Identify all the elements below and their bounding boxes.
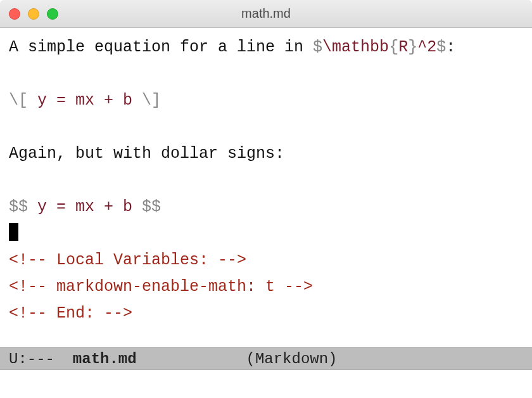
buffer-line: [9, 61, 523, 87]
buffer-line: [9, 221, 523, 247]
math-body: y = mx + b: [28, 198, 142, 216]
text: :: [446, 38, 455, 56]
math-body: y = mx + b: [28, 91, 142, 110]
comment: <!-- End: -->: [9, 304, 132, 323]
math-body: R: [398, 38, 408, 56]
minibuffer[interactable]: [0, 370, 532, 398]
brace: {: [389, 38, 398, 56]
text: A simple equation for a line in: [9, 38, 313, 56]
buffer-line: A simple equation for a line in $\mathbb…: [9, 34, 523, 61]
zoom-icon[interactable]: [47, 8, 58, 20]
comment: <!-- Local Variables: -->: [9, 251, 246, 269]
math-delim: $: [436, 38, 446, 56]
buffer-line: <!-- End: -->: [9, 300, 523, 327]
close-icon[interactable]: [9, 8, 20, 20]
editor-buffer[interactable]: A simple equation for a line in $\mathbb…: [0, 28, 532, 327]
math-body: \mathbb: [322, 38, 389, 56]
text-cursor: [9, 223, 18, 241]
window-controls: [9, 8, 58, 20]
buffer-line: <!-- markdown-enable-math: t -->: [9, 274, 523, 300]
comment: <!-- markdown-enable-math: t -->: [9, 278, 313, 296]
minimize-icon[interactable]: [28, 8, 39, 20]
text: Again, but with dollar signs:: [9, 144, 284, 163]
math-delim: $$: [9, 198, 28, 216]
buffer-line: [9, 114, 523, 141]
buffer-line: $$ y = mx + b $$: [9, 194, 523, 221]
math-body: ^2: [417, 38, 436, 56]
modeline-buffer-name: math.md: [73, 350, 137, 368]
titlebar: math.md: [0, 0, 532, 28]
window-title: math.md: [0, 6, 532, 21]
buffer-line: Again, but with dollar signs:: [9, 141, 523, 167]
brace: }: [408, 38, 417, 56]
modeline-major-mode: (Markdown): [246, 350, 337, 368]
math-delim: \]: [142, 91, 161, 110]
math-delim: $$: [142, 198, 161, 216]
modeline-status: U:---: [9, 350, 73, 368]
mode-line: U:--- math.md (Markdown): [0, 347, 532, 370]
buffer-line: [9, 167, 523, 194]
math-delim: $: [313, 38, 322, 56]
modeline-gap: [137, 350, 246, 368]
buffer-line: \[ y = mx + b \]: [9, 87, 523, 114]
math-delim: \[: [9, 91, 28, 110]
buffer-line: <!-- Local Variables: -->: [9, 247, 523, 274]
